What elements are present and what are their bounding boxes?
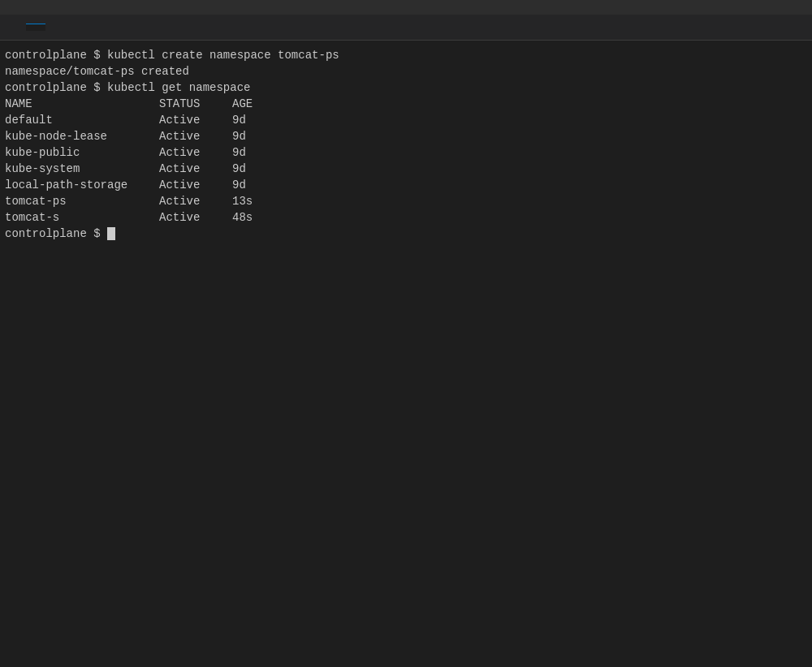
col-data-age: 13s (232, 193, 253, 209)
terminal-line: tomcat-psActive13s (5, 193, 807, 209)
tab-bar (0, 15, 812, 41)
col-data-name: local-path-storage (5, 177, 159, 193)
col-data-name: default (5, 112, 159, 128)
terminal[interactable]: controlplane $ kubectl create namespace … (0, 41, 812, 667)
terminal-line: local-path-storageActive9d (5, 177, 807, 193)
col-data-name: tomcat-ps (5, 193, 159, 209)
terminal-line: controlplane $ kubectl create namespace … (5, 47, 807, 63)
col-data-age: 9d (232, 128, 246, 144)
terminal-line: namespace/tomcat-ps created (5, 63, 807, 80)
terminal-command: kubectl create namespace tomcat-ps (107, 49, 339, 62)
terminal-line: kube-publicActive9d (5, 144, 807, 161)
col-data-name: kube-system (5, 161, 159, 177)
col-data-age: 9d (232, 177, 246, 193)
add-tab-button[interactable] (49, 26, 62, 29)
col-data-status: Active (159, 209, 232, 226)
terminal-line: controlplane $ (5, 226, 807, 242)
terminal-prompt: controlplane $ (5, 81, 107, 94)
terminal-line: kube-node-leaseActive9d (5, 128, 807, 144)
col-data-status: Active (159, 161, 232, 177)
col-data-name: kube-public (5, 144, 159, 161)
terminal-line: tomcat-sActive48s (5, 209, 807, 226)
terminal-line: kube-systemActive9d (5, 161, 807, 177)
terminal-prompt: controlplane $ (5, 49, 107, 62)
col-data-name: kube-node-lease (5, 128, 159, 144)
terminal-prompt: controlplane $ (5, 227, 107, 240)
col-data-status: Active (159, 128, 232, 144)
col-data-age: 9d (232, 161, 246, 177)
tab-1[interactable] (26, 24, 45, 31)
terminal-cursor (107, 227, 115, 240)
terminal-line: defaultActive9d (5, 112, 807, 128)
terminal-command: kubectl get namespace (107, 81, 250, 94)
col-data-age: 48s (232, 209, 253, 226)
terminal-line: NAMESTATUSAGE (5, 96, 807, 112)
editor-tab[interactable] (6, 24, 23, 31)
col-header-name: NAME (5, 96, 159, 112)
col-data-status: Active (159, 193, 232, 209)
col-data-age: 9d (232, 112, 246, 128)
terminal-line: controlplane $ kubectl get namespace (5, 80, 807, 96)
col-data-status: Active (159, 177, 232, 193)
col-data-status: Active (159, 144, 232, 161)
col-data-age: 9d (232, 144, 246, 161)
top-nav (0, 0, 812, 15)
col-header-age: AGE (232, 96, 253, 112)
col-data-status: Active (159, 112, 232, 128)
col-data-name: tomcat-s (5, 209, 159, 226)
col-header-status: STATUS (159, 96, 232, 112)
